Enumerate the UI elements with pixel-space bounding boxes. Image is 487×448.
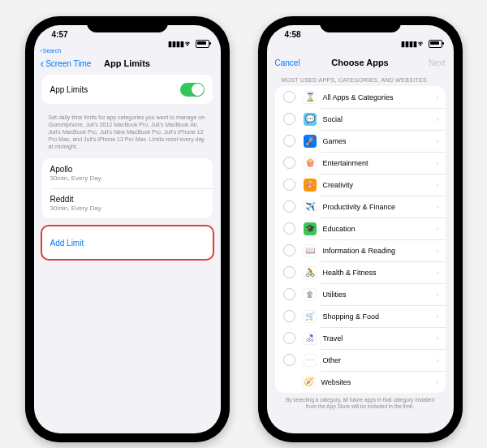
category-icon: ⌛ [304,91,317,104]
category-icon: 🏖 [304,332,317,345]
category-row[interactable]: ✈️Productivity & Finance› [275,196,446,218]
category-row[interactable]: 🛒Shopping & Food› [275,305,446,327]
category-label: Information & Reading [323,247,437,255]
add-limit-label: Add Limit [50,239,84,248]
category-row[interactable]: 🚴Health & Fitness› [275,261,446,283]
status-time: 4:58 [285,30,301,39]
category-icon: ⋯ [304,354,317,367]
category-label: Education [323,225,437,233]
category-row[interactable]: 🎨Creativity› [275,174,446,196]
chevron-right-icon: › [437,247,439,255]
category-label: Creativity [323,181,437,189]
radio-unselected[interactable] [283,179,295,191]
radio-unselected[interactable] [283,266,295,278]
radio-unselected[interactable] [283,135,295,147]
radio-unselected[interactable] [283,310,295,322]
next-button-disabled: Next [429,58,446,67]
nav-bar: ‹ Screen Time App Limits [34,54,221,75]
radio-unselected[interactable] [283,157,295,169]
highlighted-add-limit: Add Limit [41,225,214,261]
screen-app-limits: 4:57 ▮▮▮▮ ᯤ ‹ Search ‹ Screen Time App L… [34,25,221,433]
category-row[interactable]: ⌛All Apps & Categories› [275,86,446,108]
next-label: Next [429,58,446,67]
radio-unselected[interactable] [283,91,295,103]
toggle-label: App Limits [50,85,180,94]
radio-unselected[interactable] [283,200,295,213]
radio-unselected[interactable] [283,288,295,300]
category-row[interactable]: 🏖Travel› [275,327,446,349]
cancel-label: Cancel [275,58,300,67]
battery-icon [429,40,442,48]
wifi-icon: ᯤ [185,40,192,48]
chevron-right-icon: › [437,225,439,233]
nav-bar: Cancel Choose Apps Next [267,48,454,74]
category-icon: 🚀 [304,135,317,148]
section-header: MOST USED APPS, CATEGORIES, AND WEBSITES [267,74,454,86]
category-row[interactable]: 🍿Entertainment› [275,152,446,174]
category-label: Entertainment [323,159,437,167]
category-row[interactable]: 💬Social› [275,108,446,130]
screen-choose-apps: 4:58 ▮▮▮▮ ᯤ Cancel Choose Apps Next MOST… [267,25,454,433]
limit-name: Apollo [50,165,73,174]
category-icon: 🎓 [304,222,317,235]
chevron-left-icon: ‹ [41,57,45,70]
category-label: All Apps & Categories [323,93,437,101]
nav-title: Choose Apps [331,58,389,67]
chevron-right-icon: › [437,291,439,299]
desc-text: Set daily time limits for app categories… [34,110,221,158]
group-limits-list: Apollo30min, Every DayReddit30min, Every… [42,158,213,218]
row-app-limits-toggle[interactable]: App Limits [42,75,213,104]
limit-row[interactable]: Apollo30min, Every Day [42,158,213,188]
category-icon: ✈️ [304,200,317,213]
category-row[interactable]: 📖Information & Reading› [275,239,446,261]
chevron-right-icon: › [437,93,439,101]
chevron-right-icon: › [437,203,439,211]
radio-unselected[interactable] [283,354,295,366]
category-label: Health & Fitness [323,269,437,277]
radio-unselected[interactable] [283,332,295,344]
back-search-label: Search [43,48,61,54]
category-label: Games [323,137,437,145]
category-icon: 🗑 [304,288,317,301]
radio-unselected[interactable] [283,244,295,256]
category-label: Travel [323,334,437,342]
nav-back-label: Screen Time [45,59,91,68]
cancel-button[interactable]: Cancel [275,58,300,67]
cellular-icon: ▮▮▮▮ [168,40,184,48]
category-label: Utilities [323,291,437,299]
group-app-limits-toggle: App Limits [42,75,213,104]
category-row[interactable]: ⋯Other› [275,349,446,371]
category-row[interactable]: 🎓Education› [275,218,446,239]
category-icon: 📖 [304,244,317,257]
category-label: Shopping & Food [323,312,437,321]
wifi-icon: ᯤ [418,40,425,48]
notch [87,16,168,32]
category-row[interactable]: 🗑Utilities› [275,283,446,305]
category-label: Productivity & Finance [323,203,437,211]
back-to-search[interactable]: ‹ Search [34,48,221,54]
nav-title: App Limits [104,58,150,68]
chevron-right-icon: › [437,137,439,145]
nav-back-button[interactable]: ‹ Screen Time [41,57,92,70]
notch [320,16,401,32]
radio-unselected[interactable] [283,113,295,125]
chevron-right-icon: › [437,269,439,277]
category-row[interactable]: 🧭Websites› [275,371,446,393]
toggle-switch-on[interactable] [180,83,205,97]
category-icon: 🚴 [304,266,317,279]
category-label: Websites [321,378,437,386]
chevron-right-icon: › [437,378,439,386]
chevron-left-icon: ‹ [41,48,42,54]
add-limit-button[interactable]: Add Limit [42,226,213,259]
chevron-right-icon: › [437,181,439,189]
category-icon: 🧭 [302,376,315,389]
limit-row[interactable]: Reddit30min, Every Day [42,188,213,218]
category-row[interactable]: 🚀Games› [275,130,446,152]
radio-unselected[interactable] [283,222,295,235]
chevron-right-icon: › [437,312,439,321]
phone-right: 4:58 ▮▮▮▮ ᯤ Cancel Choose Apps Next MOST… [258,16,463,442]
footnote-text: By selecting a category, all future apps… [267,393,454,417]
limit-detail: 30min, Every Day [50,174,101,182]
limit-name: Reddit [50,195,74,204]
category-label: Other [323,356,437,364]
